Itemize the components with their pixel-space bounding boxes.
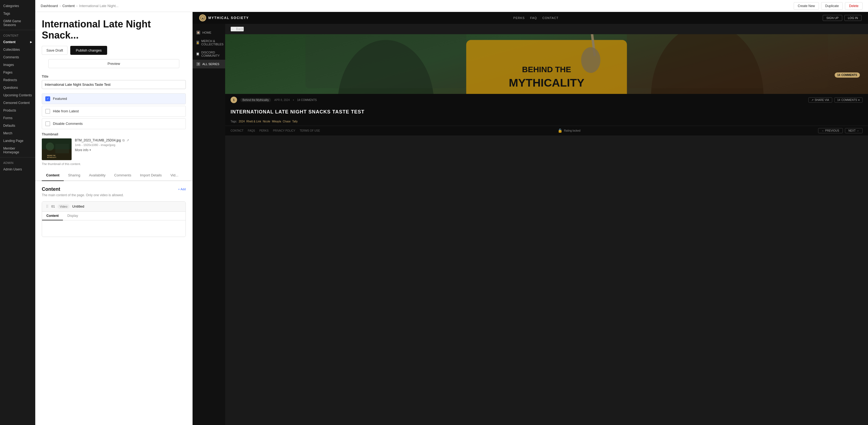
- ms-footer-privacy[interactable]: PRIVACY POLICY: [273, 129, 295, 132]
- sidebar-item-label: Censored Content: [3, 101, 30, 105]
- ms-sidenav-merch[interactable]: 🔒 MERCH & COLLECTIBLES: [193, 37, 225, 48]
- save-draft-button[interactable]: Save Draft: [42, 46, 67, 55]
- more-info-label: More info: [75, 148, 88, 152]
- mythical-society-preview: M MYTHICAL SOCIETY PERKS FAQ CONTACT SIG…: [193, 12, 868, 425]
- sidebar-item-label: Collectibles: [3, 48, 20, 52]
- preview-button[interactable]: Preview: [48, 59, 179, 68]
- title-input[interactable]: [42, 80, 186, 89]
- hide-from-latest-checkbox-item[interactable]: Hide from Latest: [42, 106, 186, 117]
- ms-prev-button[interactable]: ← PREVIOUS: [818, 128, 842, 133]
- sidebar-item-redirects[interactable]: Redirects: [0, 76, 35, 84]
- drag-handle-icon[interactable]: ⠿: [46, 204, 49, 209]
- svg-point-17: [581, 47, 600, 73]
- disable-comments-checkbox-item[interactable]: Disable Comments: [42, 118, 186, 129]
- external-link-icon[interactable]: ↗: [126, 139, 129, 142]
- ms-signup-button[interactable]: SIGN UP: [823, 15, 842, 21]
- featured-checkbox-item[interactable]: ✓ Featured: [42, 93, 186, 104]
- video-tab-content[interactable]: Content: [42, 212, 63, 220]
- tab-availability[interactable]: Availability: [85, 170, 110, 181]
- tab-vid[interactable]: Vid...: [166, 170, 183, 181]
- sidebar-item-defaults[interactable]: Defaults: [0, 122, 35, 129]
- breadcrumb-dashboard[interactable]: Dashboard: [41, 4, 58, 8]
- ms-prev-next: ← PREVIOUS NEXT →: [818, 128, 863, 133]
- tab-comments[interactable]: Comments: [110, 170, 135, 181]
- ms-tag-rhett-link[interactable]: Rhett & Link: [246, 120, 261, 123]
- create-new-button[interactable]: Create New: [794, 2, 819, 10]
- more-info-button[interactable]: More info ▾: [75, 148, 91, 152]
- sidebar-item-censored-content[interactable]: Censored Content: [0, 99, 35, 107]
- ms-back-button[interactable]: ← Back: [230, 27, 244, 31]
- sidebar-item-comments[interactable]: Comments: [0, 54, 35, 61]
- video-item: ⠿ 01 Video Untitled Content Display: [42, 201, 186, 237]
- ms-nav-contact[interactable]: CONTACT: [542, 16, 558, 20]
- ms-footer-terms[interactable]: TERMS OF USE: [300, 129, 320, 132]
- ms-tag-mikayla[interactable]: Mikayla: [272, 120, 281, 123]
- sidebar-item-forms[interactable]: Forms: [0, 114, 35, 122]
- ms-tag-tally[interactable]: Tally: [292, 120, 298, 123]
- tab-comments-label: Comments: [114, 173, 131, 177]
- ms-tag-nicole[interactable]: Nicole: [263, 120, 271, 123]
- hide-checkbox-box: [45, 109, 50, 114]
- ms-info-bar: 1 Behind the Mythicality APR 8, 2024 • 1…: [225, 94, 868, 106]
- video-tab-display[interactable]: Display: [63, 212, 82, 220]
- sidebar-item-categories[interactable]: Categories: [0, 2, 35, 10]
- video-content-area: [42, 220, 186, 237]
- sidebar-item-products[interactable]: Products: [0, 107, 35, 114]
- ms-footer-contact[interactable]: CONTACT: [230, 129, 244, 132]
- sidebar-item-images[interactable]: Images: [0, 61, 35, 69]
- page-title: International Late Night Snack...: [35, 12, 192, 43]
- tab-content-label: Content: [46, 173, 59, 177]
- tab-sharing[interactable]: Sharing: [64, 170, 85, 181]
- delete-button[interactable]: Delete: [845, 2, 863, 10]
- duplicate-button[interactable]: Duplicate: [821, 2, 843, 10]
- svg-text:MYTHICALITY: MYTHICALITY: [509, 76, 585, 89]
- ms-sidenav-home[interactable]: 🏠 HOME: [193, 28, 225, 37]
- sidebar-item-admin-users[interactable]: Admin Users: [0, 165, 35, 173]
- sidebar-item-content[interactable]: Content ▶: [0, 38, 35, 46]
- sidebar-item-questions[interactable]: Questions: [0, 84, 35, 91]
- add-content-button[interactable]: + Add: [178, 187, 186, 191]
- sidebar-item-landing-page[interactable]: Landing Page: [0, 137, 35, 145]
- filename-text: BTM_2023_THUMB_25D04.jpg: [75, 139, 121, 142]
- sidebar-item-gmm-game-seasons[interactable]: GMM Game Seasons: [0, 18, 35, 29]
- ms-nav-perks[interactable]: PERKS: [513, 16, 525, 20]
- ms-tag-chase[interactable]: Chase: [283, 120, 290, 123]
- sidebar-section-content: Content: [0, 31, 35, 38]
- ms-footer-perks[interactable]: PERKS: [259, 129, 269, 132]
- ms-next-button[interactable]: NEXT →: [845, 128, 863, 133]
- tab-content[interactable]: Content: [42, 170, 64, 181]
- ms-share-label: SHARE VIA: [814, 98, 829, 101]
- sidebar-item-pages[interactable]: Pages: [0, 69, 35, 76]
- disable-comments-label: Disable Comments: [53, 122, 83, 126]
- ms-sidenav-discord[interactable]: 💬 DISCORD COMMUNITY: [193, 48, 225, 60]
- breadcrumb-sep-1: ›: [60, 4, 61, 8]
- ms-tag-2024[interactable]: 2024: [239, 120, 245, 123]
- thumbnail-svg: BEHIND THE MYTHICALITY: [42, 139, 72, 160]
- ms-login-button[interactable]: LOG IN: [844, 15, 862, 21]
- thumbnail-row: BEHIND THE MYTHICALITY BTM_2023_THUMB_25…: [42, 139, 186, 160]
- tab-import-details[interactable]: Import Details: [135, 170, 166, 181]
- list-icon: ☰: [196, 62, 200, 66]
- ms-nav-faq[interactable]: FAQ: [530, 16, 537, 20]
- sidebar-item-upcoming-contents[interactable]: Upcoming Contents: [0, 91, 35, 99]
- sidebar-item-tags[interactable]: Tags: [0, 10, 35, 18]
- ms-date: APR 8, 2024: [274, 98, 290, 101]
- ms-footer-faqs[interactable]: FAQS: [248, 129, 255, 132]
- ms-share-button[interactable]: ↗ SHARE VIA: [808, 97, 832, 102]
- ms-sidenav-all-series[interactable]: ☰ ALL SERIES: [193, 60, 225, 68]
- ms-nav-buttons: SIGN UP LOG IN: [823, 15, 862, 21]
- sidebar-item-label: GMM Game Seasons: [3, 19, 32, 27]
- video-item-header: ⠿ 01 Video Untitled: [42, 202, 186, 212]
- publish-changes-button[interactable]: Publish changes: [70, 46, 107, 55]
- sidebar-item-merch[interactable]: Merch: [0, 129, 35, 137]
- comments-badge-label: COMMENTS: [841, 73, 857, 77]
- copy-icon[interactable]: ⧉: [122, 139, 125, 142]
- discord-icon: 💬: [196, 52, 199, 56]
- lock-icon: 🔒: [196, 41, 199, 44]
- ms-comments-button[interactable]: 14 COMMENTS ▾: [834, 97, 863, 102]
- thumbnail-filename: BTM_2023_THUMB_25D04.jpg ⧉ ↗: [75, 139, 186, 142]
- breadcrumb-content[interactable]: Content: [62, 4, 75, 8]
- sidebar-item-collectibles[interactable]: Collectibles: [0, 46, 35, 54]
- sidebar-item-member-homepage[interactable]: Member Homepage: [0, 145, 35, 156]
- ms-ep-title-text: INTERNATIONAL LATE NIGHT SNACKS TASTE TE…: [230, 109, 863, 115]
